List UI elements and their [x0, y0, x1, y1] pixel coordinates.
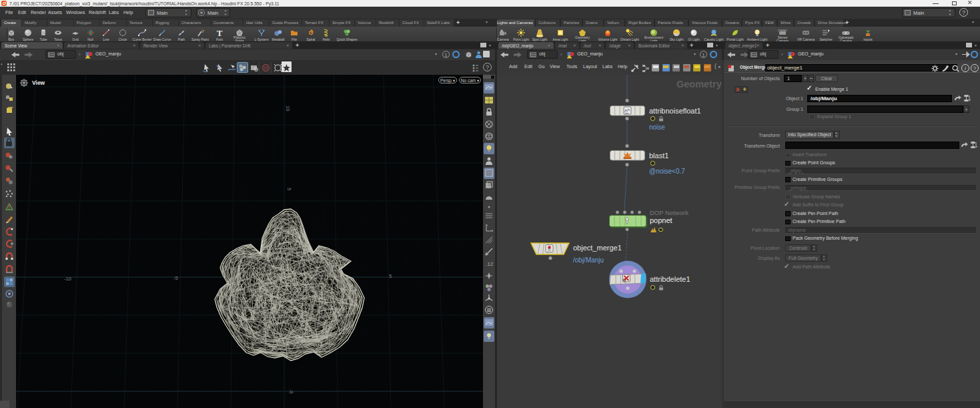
svg-text:STEREO: STEREO: [778, 28, 787, 31]
svg-text:10: 10: [285, 106, 291, 111]
svg-text:-5: -5: [173, 275, 178, 281]
svg-text:-5: -5: [288, 389, 294, 394]
svg-text:5: 5: [389, 273, 392, 279]
svg-text:.12: .12: [486, 261, 494, 267]
svg-text:5: 5: [286, 188, 292, 190]
svg-text:T: T: [217, 28, 223, 37]
svg-text:-10: -10: [64, 276, 71, 282]
